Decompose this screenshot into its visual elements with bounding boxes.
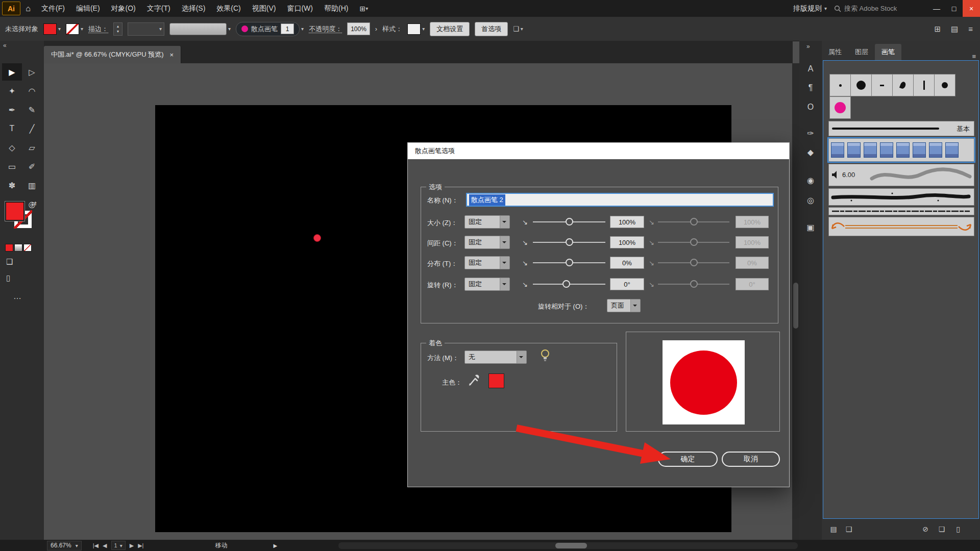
edit-toolbar-icon[interactable]: … xyxy=(13,292,21,301)
tab-close-icon[interactable]: × xyxy=(170,51,174,59)
lasso-tool[interactable]: ◠ xyxy=(22,82,42,99)
menu-window[interactable]: 窗口(W) xyxy=(281,0,318,17)
magic-wand-tool[interactable]: ✦ xyxy=(2,82,22,99)
symbol-sprayer-tool[interactable]: ✽ xyxy=(2,177,22,194)
spacing-value[interactable]: 100% xyxy=(610,236,644,248)
brush-item[interactable] xyxy=(850,74,872,96)
paragraph-panel-icon[interactable]: ¶ xyxy=(799,79,822,96)
prev-artboard-icon[interactable]: ◀ xyxy=(103,542,107,549)
home-icon[interactable]: ⌂ xyxy=(20,4,36,13)
play-icon[interactable]: ▶ xyxy=(273,543,277,548)
brush-item[interactable] xyxy=(871,74,893,96)
scatter-dot-object[interactable] xyxy=(313,234,321,242)
remove-brush-stroke-icon[interactable]: ⊘ xyxy=(919,523,932,535)
character-panel-icon[interactable]: A xyxy=(799,60,822,78)
minimize-button[interactable]: — xyxy=(928,0,945,17)
next-artboard-icon[interactable]: ▶ xyxy=(130,542,134,549)
pen-tool[interactable]: ✒ xyxy=(2,101,22,118)
menu-object[interactable]: 对象(O) xyxy=(106,0,141,17)
document-tab[interactable]: 中国.ai* @ 66.67% (CMYK/GPU 预览) × xyxy=(44,46,181,63)
gradient-button[interactable] xyxy=(14,244,22,252)
brush-item[interactable] xyxy=(913,74,935,96)
size-mode-select[interactable]: 固定 xyxy=(464,215,510,229)
variable-width-profile[interactable]: ▾ xyxy=(169,23,231,35)
none-button[interactable] xyxy=(23,244,32,252)
symbols-panel-icon[interactable]: ◎ xyxy=(799,191,822,209)
first-artboard-icon[interactable]: |◀ xyxy=(93,542,99,549)
style-swatch[interactable] xyxy=(407,23,421,35)
brush-item-charcoal[interactable]: 6.00 xyxy=(828,164,974,186)
swap-fill-stroke-icon[interactable]: ⇄ xyxy=(32,200,37,207)
panel-menu-icon[interactable]: ≡ xyxy=(972,53,976,60)
fill-color-control[interactable]: ▾ xyxy=(43,23,61,35)
stepper-down-icon[interactable]: ▾ xyxy=(117,30,119,33)
type-tool[interactable]: T xyxy=(2,120,22,137)
brush-row-basic[interactable]: 基本 xyxy=(828,121,974,136)
arrange-documents-icon[interactable]: ⊞ xyxy=(934,24,941,34)
menu-view[interactable]: 视图(V) xyxy=(247,0,282,17)
brush-item-rough[interactable] xyxy=(828,188,974,206)
color-button[interactable] xyxy=(5,244,13,252)
maximize-button[interactable]: □ xyxy=(945,0,963,17)
shaper-tool[interactable]: ◇ xyxy=(2,139,22,156)
delete-brush-icon[interactable]: ▯ xyxy=(951,523,965,535)
graphic-style-control[interactable]: ▾ xyxy=(407,23,425,35)
scatter-mode-select[interactable]: 固定 xyxy=(464,256,510,269)
curvature-tool[interactable]: ✎ xyxy=(22,101,42,118)
appearance-panel-icon[interactable]: ◉ xyxy=(799,171,822,189)
close-button[interactable]: × xyxy=(963,0,980,17)
horizontal-scrollbar-thumb[interactable] xyxy=(555,543,587,548)
name-input[interactable]: 散点画笔 2 xyxy=(466,193,774,207)
app-logo[interactable]: Ai xyxy=(2,2,20,15)
ok-button[interactable]: 确定 xyxy=(658,452,718,467)
typeset-rules-dropdown[interactable]: 排版规则 ▾ xyxy=(793,4,827,13)
pencil-tool[interactable]: ▱ xyxy=(22,139,42,156)
menu-edit[interactable]: 编辑(E) xyxy=(70,0,106,17)
eyedropper-tool[interactable]: ✐ xyxy=(22,158,42,175)
opacity-value[interactable]: 100% xyxy=(347,22,370,35)
preferences-button[interactable]: 首选项 xyxy=(475,22,508,36)
brush-item[interactable] xyxy=(934,74,955,96)
stroke-weight-stepper[interactable]: ▴ ▾ xyxy=(113,22,122,36)
tab-properties[interactable]: 属性 xyxy=(822,44,848,60)
graph-tool[interactable]: ▥ xyxy=(22,177,42,194)
eyedropper-icon[interactable] xyxy=(468,373,480,387)
rotation-mode-select[interactable]: 固定 xyxy=(464,278,510,291)
document-setup-button[interactable]: 文档设置 xyxy=(430,22,470,36)
menu-type[interactable]: 文字(T) xyxy=(141,0,176,17)
fill-swatch[interactable] xyxy=(43,23,57,35)
stepper-up-icon[interactable]: ▴ xyxy=(117,24,119,28)
menu-file[interactable]: 文件(F) xyxy=(36,0,70,17)
spacing-mode-select[interactable]: 固定 xyxy=(464,236,510,249)
menu-effect[interactable]: 效果(C) xyxy=(211,0,246,17)
spacing-slider[interactable] xyxy=(533,236,605,249)
artboard-select[interactable]: 1 ▾ xyxy=(111,541,126,550)
opentype-panel-icon[interactable]: O xyxy=(799,98,822,116)
workspace-layout-icon[interactable]: ⊞ ▾ xyxy=(354,0,374,17)
brush-item-scatter-2-selected[interactable] xyxy=(828,138,974,162)
vertical-scrollbar-thumb[interactable] xyxy=(793,283,798,329)
scatter-value[interactable]: 0% xyxy=(610,257,644,269)
menu-select[interactable]: 选择(S) xyxy=(176,0,211,17)
brush-item-arrow[interactable] xyxy=(828,217,974,236)
panel-menu-icon[interactable]: ≡ xyxy=(968,24,973,33)
align-options-icon[interactable]: ▤ xyxy=(951,24,958,34)
brush-item[interactable] xyxy=(829,74,851,96)
brush-libraries-icon[interactable]: ▤ xyxy=(827,523,840,535)
method-select[interactable]: 无 xyxy=(464,350,527,364)
direct-selection-tool[interactable]: ▷ xyxy=(22,63,42,81)
libraries-icon[interactable]: ❑ xyxy=(842,523,855,535)
last-artboard-icon[interactable]: ▶| xyxy=(138,542,143,549)
stroke-weight-select[interactable]: ▾ xyxy=(128,22,164,36)
stroke-color-control[interactable]: ▾ xyxy=(66,23,83,35)
stroke-weight-label[interactable]: 描边： xyxy=(88,24,108,34)
brush-item-thin[interactable] xyxy=(828,207,974,215)
drawing-modes-icon[interactable]: ❑ xyxy=(6,257,13,266)
zoom-select[interactable]: 66.67% ▾ xyxy=(47,541,82,550)
size-slider[interactable] xyxy=(533,215,605,229)
fill-proxy-swatch[interactable] xyxy=(5,202,24,221)
rotation-slider[interactable] xyxy=(533,278,605,291)
swatches-panel-icon[interactable]: ◆ xyxy=(799,143,822,161)
brush-definition[interactable]: 散点画笔 1 ▾ xyxy=(236,22,304,36)
tab-brushes[interactable]: 画笔 xyxy=(875,44,901,60)
